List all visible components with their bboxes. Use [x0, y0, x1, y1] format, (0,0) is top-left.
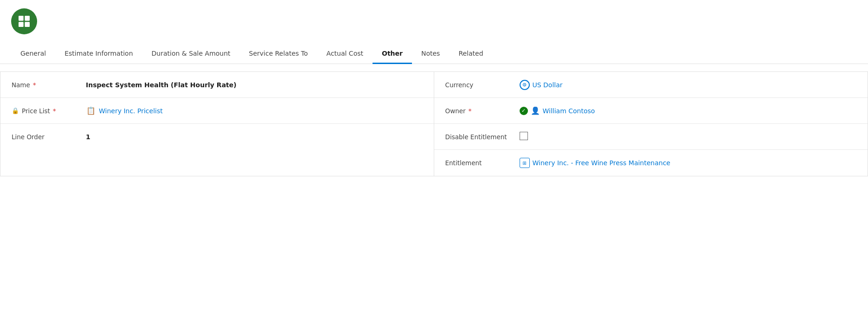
required-indicator: * [469, 107, 472, 115]
entitlement-icon: ⊞ [520, 158, 530, 168]
field-value-link[interactable]: ⊞Winery Inc. - Free Wine Press Maintenan… [520, 158, 857, 168]
form-row: Name*Inspect System Health (Flat Hourly … [0, 72, 434, 98]
pricelist-icon: 📋 [86, 106, 96, 116]
field-label: Currency [445, 81, 520, 89]
field-label: Entitlement [445, 159, 520, 167]
owner-status-icon [520, 107, 528, 115]
form-row: Entitlement⊞Winery Inc. - Free Wine Pres… [434, 150, 868, 176]
form-grid: Name*Inspect System Health (Flat Hourly … [0, 72, 868, 176]
form-row: Line Order1 [0, 124, 434, 150]
field-value-text: Winery Inc. Pricelist [99, 107, 163, 115]
tab-notes[interactable]: Notes [412, 44, 449, 64]
tab-actual-cost[interactable]: Actual Cost [317, 44, 373, 64]
field-value-link[interactable]: ⊙US Dollar [520, 80, 857, 90]
field-label: 🔒Price List* [12, 107, 86, 115]
tab-duration-and-sale-amount[interactable]: Duration & Sale Amount [142, 44, 240, 64]
required-indicator: * [33, 81, 36, 89]
lock-icon: 🔒 [12, 107, 19, 114]
app-icon [11, 8, 37, 34]
page-header [0, 0, 868, 40]
tab-other[interactable]: Other [373, 44, 412, 64]
tab-related[interactable]: Related [449, 44, 492, 64]
form-row: Disable Entitlement [434, 124, 868, 150]
form-row: Currency⊙US Dollar [434, 72, 868, 98]
field-label: Owner * [445, 107, 520, 115]
field-value-link[interactable]: 📋Winery Inc. Pricelist [86, 106, 423, 116]
person-icon: 👤 [531, 106, 540, 115]
owner-name: William Contoso [543, 107, 595, 115]
field-value-owner[interactable]: 👤William Contoso [520, 106, 857, 115]
form-row: 🔒Price List*📋Winery Inc. Pricelist [0, 98, 434, 124]
currency-icon: ⊙ [520, 80, 530, 90]
tab-service-relates-to[interactable]: Service Relates To [240, 44, 317, 64]
label-text: Name [12, 81, 30, 89]
label-text: Price List [22, 107, 50, 115]
header-text [45, 21, 47, 22]
form-content: Name*Inspect System Health (Flat Hourly … [0, 71, 868, 176]
right-column: Currency⊙US DollarOwner *👤William Contos… [434, 72, 868, 176]
svg-rect-0 [19, 16, 24, 21]
label-text: Line Order [12, 133, 45, 141]
disable-entitlement-checkbox[interactable] [520, 132, 528, 140]
field-label: Disable Entitlement [445, 133, 520, 141]
navigation-tabs: GeneralEstimate InformationDuration & Sa… [0, 44, 868, 64]
field-value-text: Winery Inc. - Free Wine Press Maintenanc… [533, 159, 670, 167]
tab-estimate-information[interactable]: Estimate Information [55, 44, 142, 64]
field-value-text: US Dollar [533, 81, 563, 89]
svg-rect-2 [19, 22, 24, 27]
svg-rect-1 [25, 16, 30, 21]
field-label: Line Order [12, 133, 86, 141]
tab-general[interactable]: General [11, 44, 55, 64]
left-column: Name*Inspect System Health (Flat Hourly … [0, 72, 434, 176]
field-value-bold: Inspect System Health (Flat Hourly Rate) [86, 81, 423, 89]
field-label: Name* [12, 81, 86, 89]
form-row: Owner *👤William Contoso [434, 98, 868, 124]
field-value-checkbox [520, 132, 857, 142]
field-value-bold: 1 [86, 133, 423, 141]
required-indicator: * [53, 107, 56, 115]
svg-rect-3 [25, 22, 30, 27]
